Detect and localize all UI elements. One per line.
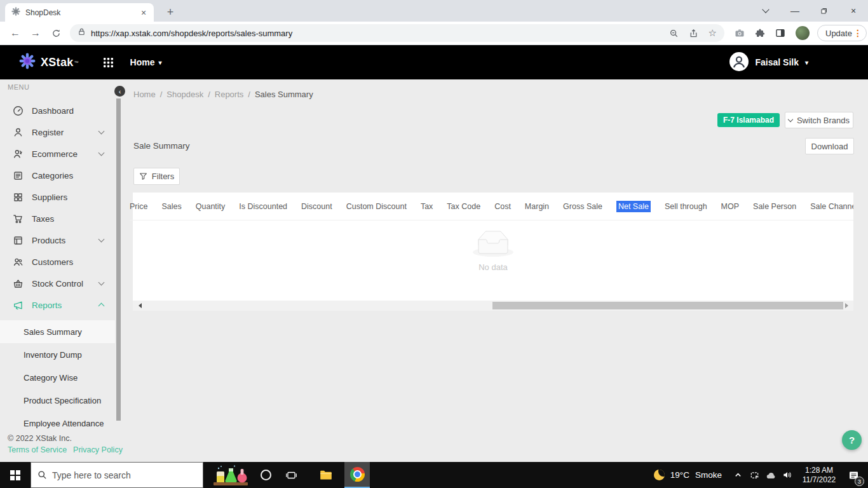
bookmark-star-icon[interactable]: ☆ [709,27,717,39]
user-avatar [729,52,749,73]
column-header[interactable]: Sale Channel [810,202,853,211]
xstak-logo[interactable]: XStak ™ [19,53,79,72]
help-button[interactable]: ? [842,430,862,450]
report-table: Price Sales Quantity Is Discounted Disco… [133,193,853,301]
column-header[interactable]: Price [130,202,147,211]
basket-icon [13,278,24,289]
column-header[interactable]: Is Discounted [239,202,287,211]
person-icon [13,127,24,138]
browser-profile-avatar[interactable] [796,26,810,40]
sidebar-item-stock-control[interactable]: Stock Control [0,273,115,294]
column-header[interactable]: Sales [161,202,181,211]
column-header[interactable]: Cost [494,202,511,211]
search-input[interactable] [52,470,179,480]
privacy-policy-link[interactable]: Privacy Policy [73,445,123,454]
column-header[interactable]: Discount [301,202,332,211]
download-button[interactable]: Download [805,138,854,154]
back-button[interactable]: ← [5,27,25,39]
menu-heading: MENU [8,83,29,91]
cast-device-button[interactable] [746,471,763,480]
no-data-label: No data [133,262,853,272]
sidebar-subitem-product-specification[interactable]: Product Specification [0,389,115,412]
dashboard-icon [13,105,24,116]
camera-extension-icon[interactable] [729,28,750,38]
chrome-taskbar-button[interactable] [344,462,370,488]
scroll-right-arrow[interactable] [843,301,852,311]
scrollbar-thumb[interactable] [492,302,843,309]
sidebar-item-products[interactable]: Products [0,229,115,251]
user-menu[interactable]: Faisal Silk ▾ [729,52,808,73]
scroll-left-arrow[interactable] [134,301,143,311]
sidebar: MENU ‹ Dashboard Register Ecommerce Cate… [0,79,133,462]
task-view-button[interactable] [278,462,304,488]
horizontal-scrollbar[interactable] [133,301,853,311]
sidebar-item-customers[interactable]: Customers [0,251,115,273]
cloud-icon [766,471,776,480]
column-header[interactable]: Custom Discount [346,202,407,211]
trademark: ™ [74,60,79,65]
volume-button[interactable] [779,470,796,480]
window-restore-button[interactable] [810,0,839,22]
column-header-selected[interactable]: Net Sale [616,201,651,212]
start-button[interactable] [0,462,31,488]
weather-widget[interactable]: 19°C Smoke [649,470,729,480]
url-text[interactable]: https://xap.xstak.com/shopdesk/reports/s… [91,29,659,38]
column-header[interactable]: MOP [721,202,739,211]
app-navbar: XStak ™ Home ▾ Faisal Silk ▾ [0,45,868,79]
lock-icon [78,27,86,39]
breadcrumb-home[interactable]: Home [133,90,156,99]
sidebar-item-register[interactable]: Register [0,121,115,143]
taskbar-search[interactable] [31,462,203,488]
breadcrumb-shopdesk[interactable]: Shopdesk [166,90,203,99]
sidebar-item-categories[interactable]: Categories [0,165,115,186]
terms-of-service-link[interactable]: Terms of Service [8,445,67,454]
share-icon[interactable] [689,29,698,38]
sidebar-item-taxes[interactable]: Taxes [0,208,115,229]
window-close-button[interactable]: × [839,0,868,22]
column-header[interactable]: Tax [421,202,433,211]
forward-button[interactable]: → [25,27,46,39]
extensions-puzzle-icon[interactable] [750,28,770,38]
window-minimize-button[interactable]: — [780,0,810,22]
reload-button[interactable] [46,29,66,38]
onedrive-button[interactable] [763,471,779,480]
breadcrumb-reports[interactable]: Reports [215,90,244,99]
sidebar-subitem-inventory-dump[interactable]: Inventory Dump [0,343,115,366]
xstak-flower-icon [19,53,36,72]
sidebar-item-ecommerce[interactable]: Ecommerce [0,143,115,165]
sidebar-item-suppliers[interactable]: Suppliers [0,186,115,208]
zoom-icon[interactable] [669,29,679,38]
sidebar-item-reports[interactable]: Reports [0,294,115,316]
megaphone-icon [13,300,24,311]
side-panel-icon[interactable] [770,28,790,38]
switch-brands-button[interactable]: Switch Brands [785,112,853,128]
file-explorer-button[interactable] [313,462,339,488]
apps-grid-icon[interactable] [103,57,114,68]
show-hidden-icons-button[interactable] [729,471,746,479]
update-menu-button[interactable]: Update ⋮ [817,25,867,41]
tab-search-chevron-icon[interactable] [751,0,780,22]
clock-widget[interactable]: 1:28 AM 11/7/2022 [799,466,839,485]
sidebar-subitem-category-wise[interactable]: Category Wise [0,366,115,389]
chevron-down-icon [98,150,105,156]
column-header[interactable]: Sell through [665,202,707,211]
sidebar-item-dashboard[interactable]: Dashboard [0,100,115,121]
new-tab-button[interactable]: + [161,3,179,21]
sidebar-scrollbar[interactable] [116,98,121,421]
column-header[interactable]: Margin [525,202,549,211]
tab-close-icon[interactable]: × [139,8,149,18]
home-menu[interactable]: Home ▾ [130,57,162,67]
funnel-icon [139,172,147,180]
column-header[interactable]: Gross Sale [563,202,602,211]
action-center-button[interactable]: 3 [843,462,864,488]
sidebar-collapse-button[interactable]: ‹ [114,86,125,97]
cortana-button[interactable] [253,462,278,488]
browser-tab[interactable]: ShopDesk × [5,3,154,22]
favicon-icon [11,7,20,18]
column-header[interactable]: Sale Person [753,202,796,211]
filters-button[interactable]: Filters [133,168,180,185]
sidebar-subitem-sales-summary[interactable]: Sales Summary [0,320,115,343]
column-header[interactable]: Tax Code [447,202,480,211]
address-bar[interactable]: https://xap.xstak.com/shopdesk/reports/s… [70,24,724,42]
column-header[interactable]: Quantity [196,202,226,211]
